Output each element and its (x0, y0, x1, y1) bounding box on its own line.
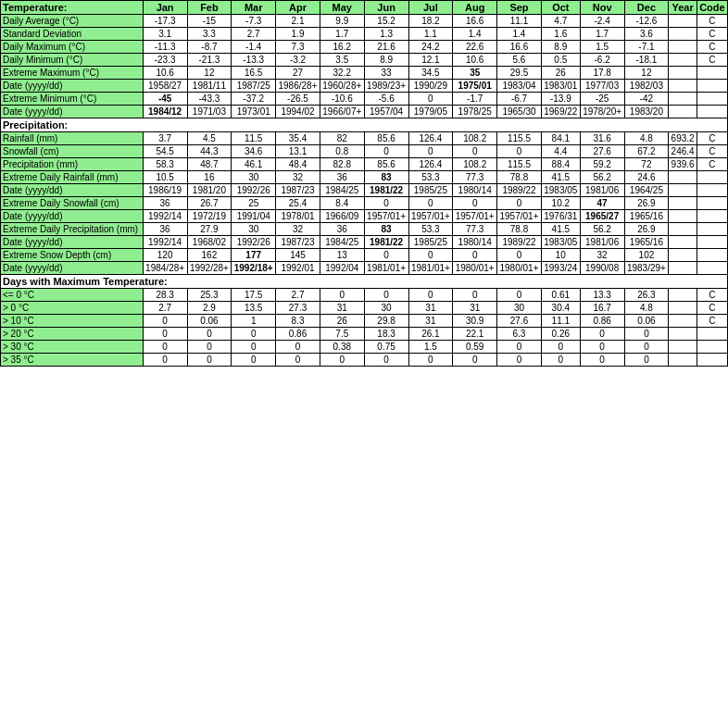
data-cell: 1981/06 (580, 236, 624, 249)
data-cell: 16.7 (580, 302, 624, 315)
data-cell: -26.5 (276, 93, 320, 106)
data-cell: 1983/05 (541, 184, 580, 197)
data-cell: 1984/12 (143, 106, 187, 118)
data-cell: 31 (408, 315, 453, 328)
data-cell: 30 (232, 223, 276, 236)
data-cell: 0 (232, 354, 276, 367)
data-cell: 2.9 (187, 302, 232, 315)
data-cell: 54.5 (143, 145, 187, 158)
data-cell: -37.2 (232, 93, 276, 106)
data-cell: 8.4 (320, 197, 364, 210)
data-cell: 0 (580, 354, 624, 367)
data-cell: 4.7 (541, 15, 580, 28)
data-cell: 36 (143, 223, 187, 236)
data-cell: 30 (364, 302, 408, 315)
data-cell: 10.6 (143, 67, 187, 80)
data-cell: 31 (453, 302, 497, 315)
data-cell: 1.4 (497, 28, 542, 41)
data-cell: 1 (232, 315, 276, 328)
data-cell: 1973/01 (232, 106, 276, 118)
data-cell: 26.9 (624, 197, 669, 210)
data-cell: 0 (143, 315, 187, 328)
data-cell: 1964/25 (624, 184, 669, 197)
row-label: Precipitation (mm) (1, 158, 144, 171)
data-cell: 0 (453, 197, 497, 210)
dec-header: Dec (624, 1, 669, 15)
data-cell: 11.1 (497, 15, 542, 28)
data-cell (697, 184, 727, 197)
data-cell: 1990/08 (580, 262, 624, 275)
data-cell: -43.3 (187, 93, 232, 106)
data-cell: 47 (580, 197, 624, 210)
data-cell: 0 (624, 341, 669, 354)
data-cell: 10.5 (143, 171, 187, 184)
data-cell: 3.7 (143, 132, 187, 145)
row-label: > 0 °C (1, 302, 144, 315)
data-cell: 27.9 (187, 223, 232, 236)
data-cell: 693.2 (669, 132, 697, 145)
data-cell: 1992/14 (143, 210, 187, 223)
data-cell: C (697, 302, 727, 315)
data-cell: 0 (624, 354, 669, 367)
data-cell (697, 80, 727, 93)
data-cell: 1992/28+ (187, 262, 232, 275)
data-cell: 11.5 (232, 132, 276, 145)
data-cell (669, 328, 697, 341)
data-cell: 0 (408, 145, 453, 158)
data-cell: -8.7 (187, 41, 232, 54)
data-cell: 1957/01+ (364, 210, 408, 223)
data-cell: 13.3 (580, 289, 624, 302)
jun-header: Jun (364, 1, 408, 15)
data-cell: 1989/22 (497, 236, 542, 249)
data-cell (697, 197, 727, 210)
data-cell: -13.9 (541, 93, 580, 106)
data-cell: 34.5 (408, 67, 453, 80)
data-cell (669, 315, 697, 328)
data-cell: 24.6 (624, 171, 669, 184)
data-cell: 4.4 (541, 145, 580, 158)
data-cell: 1989/22 (497, 184, 542, 197)
data-cell: 162 (187, 249, 232, 262)
row-label: Snowfall (cm) (1, 145, 144, 158)
data-cell: 26.7 (187, 197, 232, 210)
data-cell: C (697, 158, 727, 171)
data-cell: 22.1 (453, 328, 497, 341)
data-cell: 1980/14 (453, 236, 497, 249)
data-cell: 0 (453, 249, 497, 262)
data-cell (669, 184, 697, 197)
data-cell: 1984/25 (320, 184, 364, 197)
data-cell: 0.06 (187, 315, 232, 328)
data-cell: 0 (276, 354, 320, 367)
may-header: May (320, 1, 364, 15)
data-cell: 26.3 (624, 289, 669, 302)
data-cell: 13.1 (276, 145, 320, 158)
data-cell: 1987/25 (232, 80, 276, 93)
data-cell: 1965/16 (624, 210, 669, 223)
row-label: Extreme Minimum (°C) (1, 93, 144, 106)
data-cell: 17.5 (232, 289, 276, 302)
data-cell: 1981/06 (580, 184, 624, 197)
data-cell: -42 (624, 93, 669, 106)
data-cell: 3.5 (320, 54, 364, 67)
sep-header: Sep (497, 1, 542, 15)
data-cell: 88.4 (541, 158, 580, 171)
jan-header: Jan (143, 1, 187, 15)
data-cell: 0 (364, 289, 408, 302)
row-label: > 20 °C (1, 328, 144, 341)
data-cell: 26 (320, 315, 364, 328)
apr-header: Apr (276, 1, 320, 15)
data-cell (669, 302, 697, 315)
data-cell: -15 (187, 15, 232, 28)
data-cell: 1.4 (453, 28, 497, 41)
data-cell: 0 (580, 328, 624, 341)
data-cell: 1982/03 (624, 80, 669, 93)
data-cell: 1.5 (408, 341, 453, 354)
data-cell (669, 262, 697, 275)
data-cell: 26.1 (408, 328, 453, 341)
data-cell (697, 236, 727, 249)
data-cell: 16.6 (497, 41, 542, 54)
data-cell: 1957/01+ (408, 210, 453, 223)
data-cell: 0 (497, 145, 542, 158)
data-cell: 32 (580, 249, 624, 262)
data-cell (697, 354, 727, 367)
